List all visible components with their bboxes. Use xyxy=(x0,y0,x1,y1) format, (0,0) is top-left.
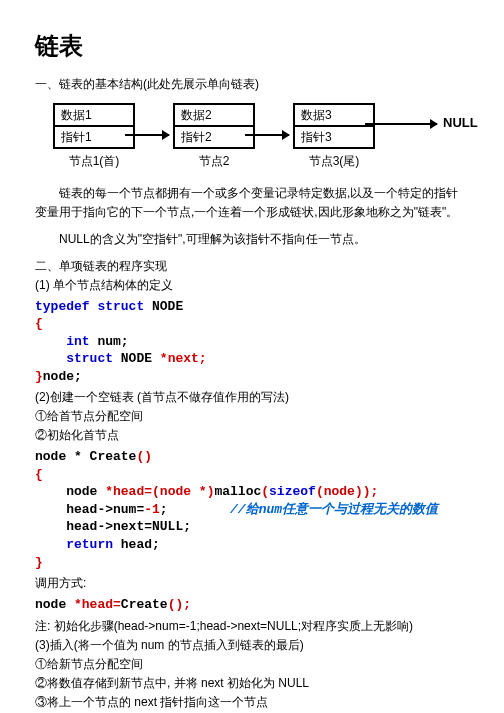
step-3-sub3: ③将上一个节点的 next 指针指向这一个节点 xyxy=(35,694,469,711)
node3-data: 数据3 xyxy=(295,105,373,127)
intro-paragraph-1: 链表的每一个节点都拥有一个或多个变量记录特定数据,以及一个特定的指针变量用于指向… xyxy=(35,184,469,222)
arrow-3 xyxy=(365,123,437,125)
node1-ptr: 指针1 xyxy=(55,127,133,147)
page-title: 链表 xyxy=(35,30,469,62)
step-2-label: (2)创建一个空链表 (首节点不做存值作用的写法) xyxy=(35,389,469,406)
null-label: NULL xyxy=(443,115,478,130)
node2-label: 节点2 xyxy=(173,153,255,170)
section-1-heading: 一、链表的基本结构(此处先展示单向链表) xyxy=(35,76,469,93)
code-block-1: typedef struct NODE { int num; struct NO… xyxy=(35,298,469,386)
node1-data: 数据1 xyxy=(55,105,133,127)
section-2-heading: 二、单项链表的程序实现 xyxy=(35,258,469,275)
node2-ptr: 指针2 xyxy=(175,127,253,147)
node1-label: 节点1(首) xyxy=(53,153,135,170)
step-3-label: (3)插入(将一个值为 num 的节点插入到链表的最后) xyxy=(35,637,469,654)
node3-label: 节点3(尾) xyxy=(293,153,375,170)
step-3-sub1: ①给新节点分配空间 xyxy=(35,656,469,673)
diagram-node-3: 数据3 指针3 xyxy=(293,103,375,149)
step-2-sub1: ①给首节点分配空间 xyxy=(35,408,469,425)
node3-ptr: 指针3 xyxy=(295,127,373,147)
arrow-1 xyxy=(125,134,169,136)
note-line: 注: 初始化步骤(head->num=-1;head->next=NULL;对程… xyxy=(35,618,469,635)
intro-paragraph-2: NULL的含义为"空指针",可理解为该指针不指向任一节点。 xyxy=(35,230,469,249)
diagram-node-2: 数据2 指针2 xyxy=(173,103,255,149)
step-3-sub2: ②将数值存储到新节点中, 并将 next 初始化为 NULL xyxy=(35,675,469,692)
step-1-label: (1) 单个节点结构体的定义 xyxy=(35,277,469,294)
call-label: 调用方式: xyxy=(35,575,469,592)
node2-data: 数据2 xyxy=(175,105,253,127)
linked-list-diagram: 数据1 指针1 数据2 指针2 数据3 指针3 NULL 节点1(首) 节点2 … xyxy=(35,103,469,170)
code-block-3: node *head=Create(); xyxy=(35,596,469,614)
code-block-2: node * Create() { node *head=(node *)mal… xyxy=(35,448,469,571)
step-2-sub2: ②初始化首节点 xyxy=(35,427,469,444)
arrow-2 xyxy=(245,134,289,136)
diagram-node-1: 数据1 指针1 xyxy=(53,103,135,149)
